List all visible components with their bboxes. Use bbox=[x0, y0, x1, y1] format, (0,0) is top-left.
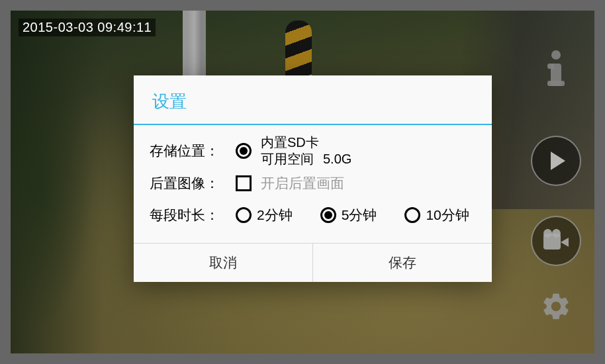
side-controls bbox=[531, 50, 581, 322]
record-button[interactable] bbox=[531, 216, 581, 266]
settings-icon[interactable] bbox=[540, 291, 572, 322]
duration-option-2min[interactable]: 2分钟 bbox=[236, 206, 293, 224]
dialog-title: 设置 bbox=[134, 75, 492, 124]
save-button[interactable]: 保存 bbox=[312, 244, 492, 282]
radio-unchecked-icon bbox=[236, 207, 252, 223]
radio-unchecked-icon bbox=[404, 207, 420, 223]
rear-image-row: 后置图像： 开启后置画面 bbox=[150, 167, 476, 199]
storage-option-internal-sd[interactable]: 内置SD卡 可用空间 5.0G bbox=[236, 134, 351, 167]
radio-checked-icon bbox=[236, 143, 252, 159]
timestamp-overlay: 2015-03-03 09:49:11 bbox=[19, 19, 156, 36]
storage-label: 存储位置： bbox=[150, 142, 236, 160]
radio-checked-icon bbox=[320, 207, 336, 223]
segment-duration-row: 每段时长： 2分钟 5分钟 10分钟 bbox=[150, 199, 476, 231]
duration-option-label: 5分钟 bbox=[342, 206, 377, 224]
storage-available-label: 可用空间 bbox=[261, 151, 314, 167]
storage-option-label: 内置SD卡 bbox=[261, 134, 351, 151]
play-button[interactable] bbox=[531, 136, 581, 186]
duration-option-label: 10分钟 bbox=[426, 206, 469, 224]
rear-image-checkbox-label: 开启后置画面 bbox=[261, 174, 344, 193]
play-icon bbox=[551, 152, 565, 170]
storage-location-row: 存储位置： 内置SD卡 可用空间 5.0G bbox=[150, 134, 476, 167]
duration-option-10min[interactable]: 10分钟 bbox=[404, 206, 469, 224]
duration-label: 每段时长： bbox=[150, 206, 236, 224]
storage-available-value: 5.0G bbox=[323, 151, 351, 167]
duration-option-5min[interactable]: 5分钟 bbox=[320, 206, 377, 224]
checkbox-unchecked-icon bbox=[236, 175, 252, 191]
duration-option-label: 2分钟 bbox=[257, 206, 293, 224]
movie-camera-icon bbox=[543, 231, 569, 251]
camera-app-frame: 2015-03-03 09:49:11 设置 存储位 bbox=[11, 11, 594, 353]
info-icon[interactable] bbox=[545, 50, 567, 86]
settings-dialog: 设置 存储位置： 内置SD卡 可用空间 5.0G 后置图像： bbox=[134, 75, 492, 282]
rear-image-label: 后置图像： bbox=[150, 174, 236, 193]
dialog-buttons: 取消 保存 bbox=[134, 243, 492, 282]
rear-image-checkbox[interactable]: 开启后置画面 bbox=[236, 174, 344, 193]
cancel-button[interactable]: 取消 bbox=[134, 244, 312, 282]
